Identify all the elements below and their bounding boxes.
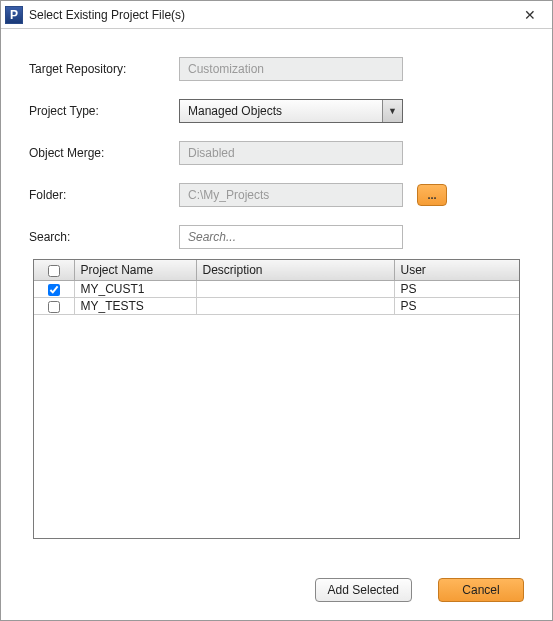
project-type-select[interactable]: Managed Objects ▼ [179, 99, 403, 123]
folder-browse-button[interactable]: ... [417, 184, 447, 206]
folder-value: C:\My_Projects [188, 188, 269, 202]
target-repository-label: Target Repository: [29, 62, 179, 76]
column-header-project-name[interactable]: Project Name [74, 260, 196, 281]
row-checkbox[interactable] [48, 301, 60, 313]
column-header-description[interactable]: Description [196, 260, 394, 281]
column-header-user[interactable]: User [394, 260, 519, 281]
folder-label: Folder: [29, 188, 179, 202]
table-row[interactable]: MY_TESTSPS [34, 298, 519, 315]
folder-field: C:\My_Projects [179, 183, 403, 207]
add-selected-button[interactable]: Add Selected [315, 578, 412, 602]
app-icon: P [5, 6, 23, 24]
row-checkbox[interactable] [48, 284, 60, 296]
window-title: Select Existing Project File(s) [29, 8, 516, 22]
project-type-label: Project Type: [29, 104, 179, 118]
row-checkbox-cell[interactable] [34, 298, 74, 315]
row-checkbox-cell[interactable] [34, 281, 74, 298]
cancel-button[interactable]: Cancel [438, 578, 524, 602]
target-repository-field: Customization [179, 57, 403, 81]
column-header-checkbox[interactable] [34, 260, 74, 281]
table-row[interactable]: MY_CUST1PS [34, 281, 519, 298]
cell-description [196, 298, 394, 315]
object-merge-field: Disabled [179, 141, 403, 165]
cell-user: PS [394, 298, 519, 315]
projects-table: Project Name Description User MY_CUST1PS… [33, 259, 520, 539]
project-type-value: Managed Objects [188, 104, 282, 118]
search-input[interactable] [179, 225, 403, 249]
cell-description [196, 281, 394, 298]
object-merge-value: Disabled [188, 146, 235, 160]
close-icon[interactable]: ✕ [516, 4, 544, 26]
object-merge-label: Object Merge: [29, 146, 179, 160]
chevron-down-icon: ▼ [382, 100, 402, 122]
cell-user: PS [394, 281, 519, 298]
cell-project-name: MY_TESTS [74, 298, 196, 315]
cell-project-name: MY_CUST1 [74, 281, 196, 298]
select-all-checkbox[interactable] [48, 265, 60, 277]
target-repository-value: Customization [188, 62, 264, 76]
search-label: Search: [29, 230, 179, 244]
